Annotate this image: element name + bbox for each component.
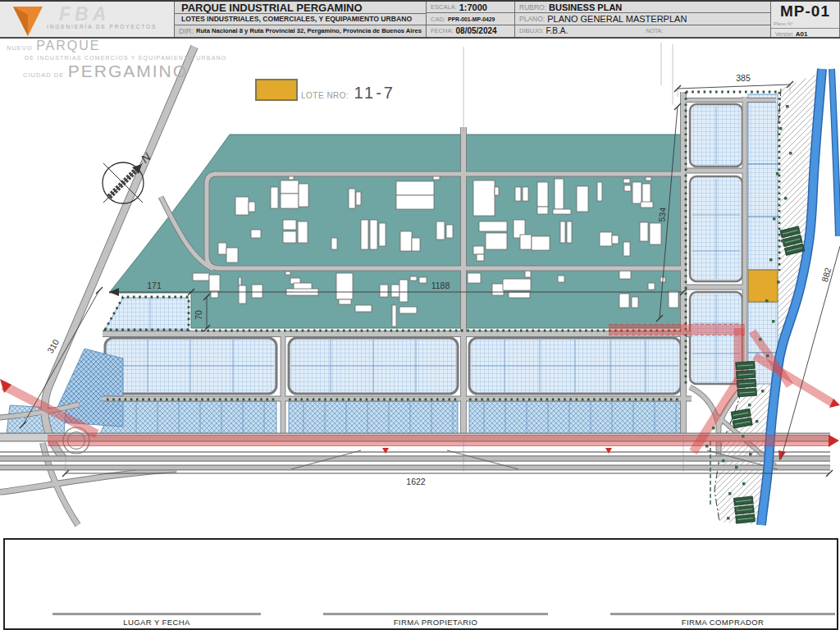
dir-value: Ruta Nacional 8 y Ruta Provincial 32, Pe… [196,27,422,34]
masterplan-drawing: 385 534 882 171 70 1188 310 1622 N [0,0,840,630]
lot-legend-label: LOTE NRO: [301,91,349,100]
dim-left-width: 171 [147,281,162,290]
dibujo-nota-row: DIBUJO: F.B.A. NOTA: [515,25,770,37]
lot-color-swatch [255,79,298,101]
lot-legend: LOTE NRO: 11-7 [255,79,395,101]
logo-cell: FBA INGENIERÍA DE PROYECTOS [0,2,175,37]
logo-company-name: FBA [59,3,110,25]
signature-field: LUGAR Y FECHA [52,613,261,627]
signature-field: FIRMA COMPRADOR [610,613,835,627]
rubro-label: RUBRO: [519,3,546,11]
escala-row: ESCALA: 1:7000 [427,2,514,13]
project-subtitle: LOTES INDUSTRIALES, COMERCIALES, Y EQUIP… [175,14,426,25]
escala-value: 1:7000 [459,2,487,12]
header-line2: DE INDUSTRIAS COMERCIOS Y EQUIPAMIENTO U… [25,55,236,61]
header-line3-main: PERGAMINO [68,62,188,80]
project-address-row: DIR: Ruta Nacional 8 y Ruta Provincial 3… [175,25,426,37]
rubro-cell: RUBRO: BUSINESS PLAN PLANO: PLANO GENERA… [515,2,771,37]
version-value: A01 [796,30,808,38]
header-line3-prefix: CIUDAD DE [23,71,64,79]
signature-box: LUGAR Y FECHA FIRMA PROPIETARIO FIRMA CO… [3,538,838,630]
plano-label: PLANO: [519,15,545,23]
header-line1-main: PARQUE [36,39,100,52]
logo-tagline: INGENIERÍA DE PROYECTOS [47,24,157,30]
signature-line [52,613,261,615]
highlighted-lot-11-7 [748,270,778,302]
fecha-label: FECHA: [431,27,454,34]
dibujo-value: F.B.A. [546,26,568,35]
sheet-number-cell: MP-01 Plano N° Version A01 [771,2,840,37]
version-row: Version A01 [771,29,839,39]
version-label: Version [775,31,793,37]
dim-access-length: 310 [45,337,61,354]
lot-legend-value: 11-7 [354,84,395,103]
dim-river-length: 882 [819,267,833,283]
cad-value: PPR-001-MP-0429 [448,16,495,22]
scale-cell: ESCALA: 1:7000 CAD: PPR-001-MP-0429 FECH… [427,2,515,37]
rubro-value: BUSINESS PLAN [549,2,622,12]
escala-label: ESCALA: [431,3,457,11]
project-title-cell: PARQUE INDUSTRIAL PERGAMINO LOTES INDUST… [175,2,427,37]
header-line1-prefix: NUEVO [7,44,33,52]
dir-label: DIR: [179,27,194,35]
cad-row: CAD: PPR-001-MP-0429 [427,13,514,25]
dim-left-height: 70 [194,310,203,320]
fecha-value: 08/05/2024 [456,26,497,35]
dim-bottom-width: 1622 [406,477,426,486]
signature-line [323,613,548,615]
signature-line [610,613,835,615]
project-title: PARQUE INDUSTRIAL PERGAMINO [175,2,426,14]
dibujo-label: DIBUJO: [519,27,544,34]
signature-field: FIRMA PROPIETARIO [323,613,548,627]
signature-label: FIRMA COMPRADOR [610,618,835,627]
fecha-row: FECHA: 08/05/2024 [427,25,514,37]
plano-row: PLANO: PLANO GENERAL MASTERPLAN [515,13,770,25]
industrial-zone [109,135,683,328]
title-block: FBA INGENIERÍA DE PROYECTOS PARQUE INDUS… [0,0,840,39]
plano-value: PLANO GENERAL MASTERPLAN [547,14,687,24]
signature-label: FIRMA PROPIETARIO [323,618,548,627]
nota-label: NOTA: [646,28,663,34]
dim-main-width: 1188 [431,281,450,290]
sheet-code: MP-01 [771,2,839,21]
plan-header: NUEVO PARQUE DE INDUSTRIAS COMERCIOS Y E… [7,39,236,80]
signature-label: LUGAR Y FECHA [52,618,261,627]
dim-top-width: 385 [736,73,751,83]
company-logo-icon [10,4,59,39]
cad-label: CAD: [431,16,445,23]
rubro-row: RUBRO: BUSINESS PLAN [515,2,770,13]
sheet-number-label: Plano N° [771,21,839,29]
dim-right-height: 534 [656,207,667,222]
